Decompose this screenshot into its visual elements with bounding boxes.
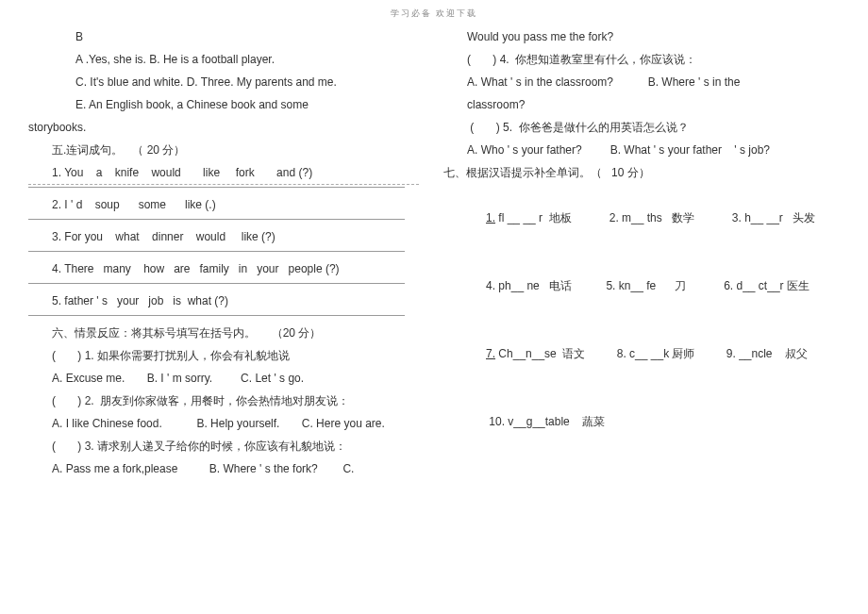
word-6: 6. d__ ct__r 医生 — [724, 279, 810, 292]
q5-4: 4. There many how are family in your peo… — [28, 257, 425, 280]
q5-5: 5. father ' s your job is what (?) — [28, 290, 425, 312]
s6-q4: ( ) 4. 你想知道教室里有什么，你应该说： — [443, 48, 840, 71]
s6-q4-options-cont: classroom? — [443, 93, 840, 116]
word-4: 4. ph__ ne 电话 — [486, 279, 572, 292]
answer-choice-e-cont: storybooks. — [28, 116, 425, 139]
dotted-separator — [28, 184, 419, 185]
word-row-1: 1. fl __ __ r 地板 2. m__ ths 数学 3. h__ __… — [443, 184, 840, 252]
blank-2 — [28, 219, 405, 220]
word-row-3: 7. Ch__n__se 语文 8. c__ __k 厨师 9. __ncle … — [443, 320, 840, 388]
page-header: 学习必备 欢迎下载 — [0, 8, 868, 20]
q5-1: 1. You a knife would like fork and (?) — [28, 161, 425, 184]
word-row-4: 10. v__g__table 蔬菜 — [443, 388, 840, 456]
section-6-title: 六、情景反应：将其标号填写在括号内。 （20 分） — [28, 322, 425, 344]
word-3: 3. h__ __r 头发 — [732, 211, 815, 224]
word-7-num: 7. — [486, 347, 495, 360]
s6-q1: ( ) 1. 如果你需要打扰别人，你会有礼貌地说 — [28, 344, 425, 367]
s6-q5: ( ) 5. 你爸爸是做什么的用英语怎么说？ — [443, 116, 840, 139]
word-8: 8. c__ __k 厨师 — [617, 347, 695, 360]
s6-q2-options: A. I like Chinese food. B. Help yourself… — [28, 412, 425, 435]
s6-q4-options: A. What ' s in the classroom? B. Where '… — [443, 71, 840, 93]
section-7-title: 七、根据汉语提示补全单词。（ 10 分） — [443, 161, 840, 184]
right-column: Would you pass me the fork? ( ) 4. 你想知道教… — [443, 25, 840, 480]
word-5: 5. kn__ fe 刀 — [606, 279, 686, 292]
answer-choices-ab: A .Yes, she is. B. He is a football play… — [28, 48, 425, 71]
s6-q5-options: A. Who ' s your father? B. What ' s your… — [443, 139, 840, 161]
blank-4 — [28, 283, 405, 284]
word-2: 2. m__ ths 数学 — [609, 211, 694, 224]
word-row-2: 4. ph__ ne 电话 5. kn__ fe 刀 6. d__ ct__r … — [443, 252, 840, 320]
section-5-title: 五.连词成句。 （ 20 分） — [28, 139, 425, 161]
left-column: B A .Yes, she is. B. He is a football pl… — [28, 25, 425, 480]
q5-3: 3. For you what dinner would like (?) — [28, 225, 425, 248]
word-1: fl __ __ r 地板 — [495, 211, 572, 224]
word-7: Ch__n__se 语文 — [495, 347, 585, 360]
answer-b: B — [28, 25, 425, 48]
answer-choices-cd: C. It's blue and white. D. Three. My par… — [28, 71, 425, 93]
content-columns: B A .Yes, she is. B. He is a football pl… — [0, 25, 868, 480]
word-9: 9. __ncle 叔父 — [726, 347, 808, 360]
word-10: 10. v__g__table 蔬菜 — [486, 415, 605, 428]
blank-1 — [28, 187, 405, 188]
blank-5 — [28, 315, 405, 316]
q5-2: 2. I ' d soup some like (.) — [28, 193, 425, 216]
blank-3 — [28, 251, 405, 252]
answer-choice-e: E. An English book, a Chinese book and s… — [28, 93, 425, 116]
s6-q3-opt-c-cont: Would you pass me the fork? — [443, 25, 840, 48]
s6-q3-options: A. Pass me a fork,please B. Where ' s th… — [28, 457, 425, 480]
s6-q1-options: A. Excuse me. B. I ' m sorry. C. Let ' s… — [28, 367, 425, 390]
s6-q2: ( ) 2. 朋友到你家做客，用餐时，你会热情地对朋友说： — [28, 390, 425, 412]
s6-q3: ( ) 3. 请求别人递叉子给你的时候，你应该有礼貌地说： — [28, 435, 425, 457]
word-1-num: 1. — [486, 211, 495, 224]
